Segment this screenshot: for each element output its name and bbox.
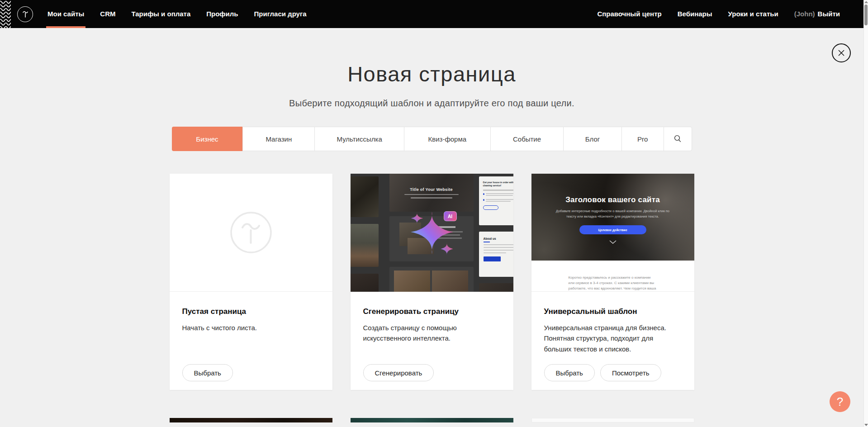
- user-name: (John): [794, 0, 815, 28]
- card-title: Пустая страница: [182, 307, 320, 316]
- skeleton-line: [404, 194, 459, 195]
- nav-item-invite-friend[interactable]: Пригласи друга: [254, 0, 306, 28]
- bullet-icon: [483, 193, 485, 195]
- page-scrollbar[interactable]: [863, 0, 868, 427]
- card-actions: Выбрать: [182, 364, 233, 381]
- template-card-next-row[interactable]: [170, 418, 332, 422]
- tilda-watermark-icon: [230, 211, 272, 254]
- collage-gallery-photo: [432, 270, 468, 292]
- mini-outline-button: [483, 205, 498, 210]
- tab-blog[interactable]: Блог: [563, 127, 621, 151]
- nav-item-lessons[interactable]: Уроки и статьи: [728, 0, 778, 28]
- collage-about-title: About us: [484, 237, 513, 240]
- tilda-logo[interactable]: [17, 6, 33, 22]
- bullet-row: [483, 193, 513, 197]
- card-info: Пустая страница Начать с чистого листа. …: [170, 292, 332, 390]
- template-grid: Пустая страница Начать с чистого листа. …: [170, 174, 694, 422]
- accent-underline: [484, 242, 490, 242]
- collage-gallery-tile: [389, 267, 474, 292]
- collage-photo-desk: [351, 176, 379, 217]
- generate-button[interactable]: Сгенерировать: [363, 364, 434, 381]
- template-body-section: Коротко представьтесь и расскажите о ком…: [531, 261, 694, 292]
- universal-template-preview[interactable]: Заголовок вашего сайта Добавьте интересн…: [531, 174, 694, 292]
- card-actions: Сгенерировать: [363, 364, 434, 381]
- collage-site-title: Title of Your Website: [410, 187, 453, 192]
- navbar-left-menu: Мои сайты CRM Тарифы и оплата Профиль Пр…: [47, 0, 307, 28]
- choose-button[interactable]: Выбрать: [182, 364, 233, 381]
- blank-template-preview[interactable]: [170, 174, 332, 292]
- scrollbar-down-arrow[interactable]: [864, 424, 868, 426]
- collage-hero-tile: Title of Your Website: [389, 174, 474, 212]
- card-info: Сгенерировать страницу Создать страницу …: [351, 292, 513, 390]
- tab-business[interactable]: Бизнес: [172, 127, 243, 151]
- template-card-ai-generate: Title of Your Website Get: [351, 174, 513, 390]
- card-description: Создать страницу с помощью искусственног…: [363, 323, 499, 344]
- collage-photo-people: [351, 274, 379, 292]
- template-hero-section: Заголовок вашего сайта Добавьте интересн…: [531, 174, 694, 261]
- skeleton-line: [431, 226, 455, 228]
- skeleton-line: [431, 234, 460, 236]
- scrollbar-thumb[interactable]: [864, 5, 868, 25]
- skeleton-line: [484, 252, 506, 253]
- template-card-universal: Заголовок вашего сайта Добавьте интересн…: [531, 174, 694, 390]
- collage-about-card: About us: [479, 232, 513, 277]
- collage-photo-livingroom: [351, 224, 379, 267]
- preview-button[interactable]: Посмотреть: [600, 364, 661, 381]
- new-page-dialog: Новая страница Выберите подходящий шабло…: [0, 28, 863, 427]
- collage-gallery-photo: [394, 270, 430, 292]
- template-card-next-row[interactable]: [351, 418, 513, 422]
- zigzag-pattern-decoration: [0, 0, 11, 28]
- nav-item-help-center[interactable]: Справочный центр: [597, 0, 661, 28]
- close-button[interactable]: [832, 43, 851, 62]
- card-info: Универсальный шаблон Универсальная стран…: [531, 292, 694, 390]
- nav-item-tariffs[interactable]: Тарифы и оплата: [131, 0, 190, 28]
- bullet-row: [483, 199, 513, 203]
- page-title: Новая страница: [0, 62, 863, 86]
- skeleton-line: [483, 190, 513, 191]
- tab-event[interactable]: Событие: [490, 127, 564, 151]
- ai-template-preview[interactable]: Title of Your Website Get: [351, 174, 513, 292]
- choose-button[interactable]: Выбрать: [544, 364, 595, 381]
- template-card-blank: Пустая страница Начать с чистого листа. …: [170, 174, 332, 390]
- nav-item-profile[interactable]: Профиль: [206, 0, 238, 28]
- template-hero-subtitle: Добавьте интересные подробности о вашей …: [551, 209, 674, 219]
- search-icon: [673, 134, 682, 143]
- template-card-next-row[interactable]: [531, 418, 694, 422]
- help-button[interactable]: ?: [830, 391, 850, 412]
- collage-service-card: Get your house in order with a smart cle…: [479, 176, 513, 225]
- skeleton-line: [411, 197, 452, 199]
- card-description: Универсальная страница для бизнеса. Поня…: [544, 323, 680, 354]
- top-navbar: Мои сайты CRM Тарифы и оплата Профиль Пр…: [0, 0, 863, 28]
- logout-link[interactable]: Выйти: [818, 0, 840, 28]
- skeleton-line: [431, 231, 463, 232]
- template-hero-title: Заголовок вашего сайта: [531, 195, 694, 204]
- tab-quiz-form[interactable]: Квиз-форма: [404, 127, 490, 151]
- template-body-text: Коротко представьтесь и расскажите о ком…: [569, 275, 657, 292]
- nav-item-crm[interactable]: CRM: [100, 0, 115, 28]
- collage-feature-image: [408, 238, 434, 254]
- card-title: Сгенерировать страницу: [363, 307, 501, 316]
- collage-feature-tile: [389, 216, 474, 261]
- tab-multilink[interactable]: Мультиссылка: [314, 127, 404, 151]
- search-tab[interactable]: [664, 127, 692, 151]
- mini-blue-button: [484, 256, 501, 261]
- ai-badge: AI: [444, 211, 457, 221]
- close-icon: [837, 49, 845, 57]
- skeleton-line: [484, 250, 513, 251]
- bullet-icon: [483, 199, 485, 201]
- tab-pro[interactable]: Pro: [621, 127, 664, 151]
- card-title: Универсальный шаблон: [544, 307, 682, 316]
- skeleton-line: [484, 247, 513, 248]
- card-actions: Выбрать Посмотреть: [544, 364, 661, 381]
- collage-photo-small: [479, 283, 513, 292]
- scrollbar-up-arrow[interactable]: [864, 1, 868, 3]
- card-description: Начать с чистого листа.: [182, 323, 318, 333]
- template-category-tabs: Бизнес Магазин Мультиссылка Квиз-форма С…: [172, 127, 692, 151]
- navbar-right-menu: Справочный центр Вебинары Уроки и статьи…: [597, 0, 840, 28]
- skeleton-line: [431, 237, 462, 239]
- skeleton-line: [484, 244, 513, 245]
- tab-shop[interactable]: Магазин: [242, 127, 314, 151]
- nav-item-webinars[interactable]: Вебинары: [678, 0, 712, 28]
- nav-item-my-sites[interactable]: Мои сайты: [47, 0, 84, 28]
- template-cta-button: Целевое действие: [579, 225, 646, 234]
